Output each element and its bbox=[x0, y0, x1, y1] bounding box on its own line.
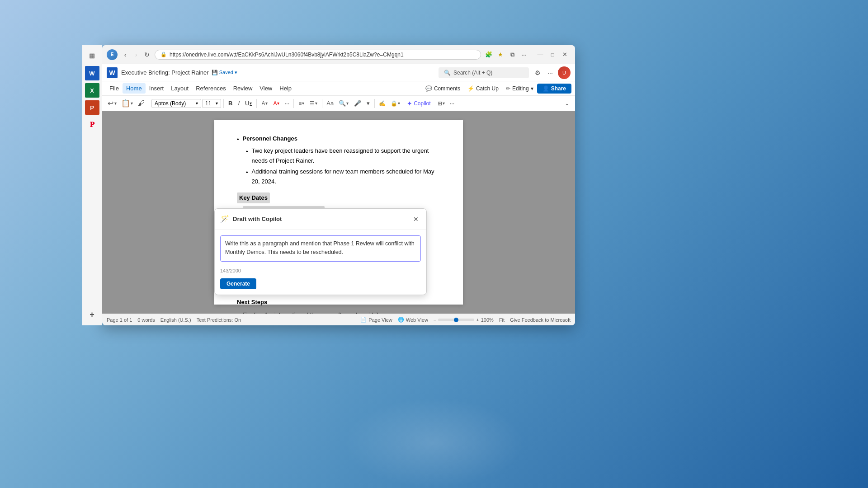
app-grid-icon[interactable]: ⊞ bbox=[85, 49, 99, 63]
menu-layout[interactable]: Layout bbox=[167, 83, 192, 94]
format-painter-btn[interactable]: 🖌 bbox=[136, 99, 146, 108]
bullet-dot1: • bbox=[237, 135, 239, 144]
separator2 bbox=[223, 99, 224, 108]
web-view-icon: 🌐 bbox=[398, 317, 404, 323]
browser-more-btn[interactable]: ··· bbox=[519, 50, 529, 60]
zoom-thumb bbox=[454, 318, 458, 322]
personnel-text2: Additional training sessions for new tea… bbox=[252, 167, 440, 186]
next-item-1: • Finalize the integration of the new so… bbox=[237, 310, 440, 314]
feedback-btn[interactable]: Give Feedback to Microsoft bbox=[510, 317, 571, 323]
catch-up-btn[interactable]: ⚡ Catch Up bbox=[464, 84, 502, 93]
copilot-icon: ✦ bbox=[407, 100, 412, 107]
share-btn[interactable]: 👤 Share bbox=[537, 84, 571, 94]
catchup-icon: ⚡ bbox=[467, 85, 474, 92]
font-color-btn[interactable]: A▾ bbox=[271, 99, 282, 108]
editing-btn[interactable]: ✏ Editing ▾ bbox=[502, 84, 537, 93]
browser-collections-btn[interactable]: ⧉ bbox=[507, 50, 517, 60]
font-chevron-icon: ▾ bbox=[196, 101, 198, 106]
menu-view[interactable]: View bbox=[256, 83, 276, 94]
copilot-dialog-close-btn[interactable]: ✕ bbox=[411, 214, 421, 224]
personnel-text1: Two key project leaders have been reassi… bbox=[252, 146, 440, 165]
browser-bookmark-btn[interactable]: ★ bbox=[495, 50, 505, 60]
word-app-icon[interactable]: W bbox=[85, 66, 99, 80]
menu-help[interactable]: Help bbox=[276, 83, 295, 94]
more-tools-btn[interactable]: ··· bbox=[448, 99, 457, 108]
editing-icon: ✏ bbox=[506, 85, 510, 92]
view-options-btn[interactable]: ⊞▾ bbox=[435, 99, 447, 108]
user-avatar[interactable]: U bbox=[558, 66, 571, 79]
language: English (U.S.) bbox=[160, 317, 191, 323]
menu-review[interactable]: Review bbox=[230, 83, 256, 94]
copilot-toolbar-btn[interactable]: ✦ Copilot bbox=[403, 99, 434, 108]
font-name-selector[interactable]: Aptos (Body) ▾ bbox=[151, 99, 201, 108]
comments-btn[interactable]: 💬 Comments bbox=[422, 84, 464, 93]
clipboard-btn[interactable]: 📋▾ bbox=[119, 98, 135, 108]
menu-home[interactable]: Home bbox=[123, 83, 146, 94]
undo-btn[interactable]: ↩▾ bbox=[106, 98, 118, 108]
copilot-prompt-textarea[interactable] bbox=[220, 235, 421, 262]
bold-btn[interactable]: B bbox=[226, 99, 235, 108]
zoom-in-btn[interactable]: + bbox=[476, 317, 479, 323]
separator5 bbox=[322, 99, 322, 108]
key-dates-heading: Key Dates bbox=[237, 192, 270, 203]
italic-btn[interactable]: I bbox=[236, 99, 242, 108]
voice-sensitivity-btn[interactable]: ▾ bbox=[364, 99, 372, 108]
separator4 bbox=[293, 99, 294, 108]
comments-icon: 💬 bbox=[425, 85, 432, 92]
window-close-btn[interactable]: ✕ bbox=[559, 49, 571, 61]
browser-back-btn[interactable]: ‹ bbox=[120, 50, 130, 60]
save-status[interactable]: 💾 Saved ▾ bbox=[212, 70, 237, 75]
excel-app-icon[interactable]: X bbox=[85, 83, 99, 98]
copilot-generate-btn[interactable]: Generate bbox=[220, 278, 256, 289]
word-logo: W bbox=[107, 67, 118, 78]
web-view-btn[interactable]: 🌐 Web View bbox=[398, 317, 428, 323]
pinterest-app-icon[interactable]: 𝐏 bbox=[85, 117, 99, 132]
search-icon: 🔍 bbox=[444, 70, 451, 76]
browser-extensions-btn[interactable]: 🧩 bbox=[484, 50, 494, 60]
browser-refresh-btn[interactable]: ↻ bbox=[142, 50, 152, 60]
window-minimize-btn[interactable]: — bbox=[534, 49, 546, 61]
zoom-slider[interactable] bbox=[438, 319, 474, 321]
browser-profile-avatar[interactable]: E bbox=[107, 49, 118, 60]
underline-btn[interactable]: U▾ bbox=[243, 99, 254, 108]
sensitivity-btn[interactable]: 🔒▾ bbox=[388, 99, 402, 108]
next-steps-heading: Next Steps bbox=[237, 297, 440, 307]
next-text1: Finalize the integration of the new soft… bbox=[243, 310, 390, 314]
word-more-icon[interactable]: ··· bbox=[545, 68, 555, 78]
zoom-out-btn[interactable]: − bbox=[434, 317, 436, 323]
highlight-btn[interactable]: A▾ bbox=[259, 99, 270, 108]
zoom-control[interactable]: − + 100% bbox=[434, 317, 494, 323]
window-maximize-btn[interactable]: □ bbox=[547, 49, 558, 61]
word-title-area: Executive Briefing: Project Rainer 💾 Sav… bbox=[121, 69, 435, 76]
copilot-dialog-header: 🪄 Draft with Copilot ✕ bbox=[215, 209, 426, 230]
copilot-dialog-body: 143/2000 Generate bbox=[215, 230, 426, 295]
copilot-dialog-logo: 🪄 bbox=[220, 213, 229, 225]
fit-btn[interactable]: Fit bbox=[499, 317, 505, 323]
bullets-btn[interactable]: ≡▾ bbox=[296, 99, 307, 108]
page-view-btn[interactable]: 📄 Page View bbox=[360, 317, 392, 323]
menu-references[interactable]: References bbox=[192, 83, 229, 94]
document-page[interactable]: • Personnel Changes • Two key project le… bbox=[214, 120, 463, 305]
add-app-icon[interactable]: + bbox=[85, 307, 99, 322]
find-btn[interactable]: 🔍▾ bbox=[336, 99, 351, 108]
ribbon-collapse-btn[interactable]: ⌄ bbox=[563, 99, 571, 108]
browser-url-bar[interactable]: 🔒 https://onedrive.live.com/w;t/EaCKkPs6… bbox=[155, 50, 481, 60]
save-chevron-icon: ▾ bbox=[235, 70, 237, 75]
powerpoint-app-icon[interactable]: P bbox=[85, 100, 99, 115]
more-text-btn[interactable]: ··· bbox=[283, 99, 291, 108]
status-bar: Page 1 of 1 0 words English (U.S.) Text … bbox=[102, 314, 575, 325]
editor-btn[interactable]: ✍ bbox=[377, 99, 387, 108]
format-toolbar: ↩▾ 📋▾ 🖌 Aptos (Body) ▾ 11 ▾ B I U▾ A▾ A▾… bbox=[102, 96, 575, 111]
word-settings-icon[interactable]: ⚙ bbox=[533, 68, 542, 78]
styles-btn[interactable]: Aa bbox=[325, 99, 335, 108]
menu-file[interactable]: File bbox=[106, 83, 123, 94]
menu-insert[interactable]: Insert bbox=[146, 83, 168, 94]
word-search-bar[interactable]: 🔍 Search (Alt + Q) bbox=[439, 67, 529, 78]
next-bullet1: • bbox=[237, 311, 239, 314]
personnel-bullet1: • Two key project leaders have been reas… bbox=[237, 146, 440, 165]
dictate-btn[interactable]: 🎤 bbox=[352, 99, 363, 108]
font-size-selector[interactable]: 11 ▾ bbox=[202, 99, 221, 108]
save-cloud-icon: 💾 bbox=[212, 70, 218, 75]
alignment-btn[interactable]: ☰▾ bbox=[307, 99, 320, 108]
personnel-bullet2: • Additional training sessions for new t… bbox=[237, 167, 440, 186]
